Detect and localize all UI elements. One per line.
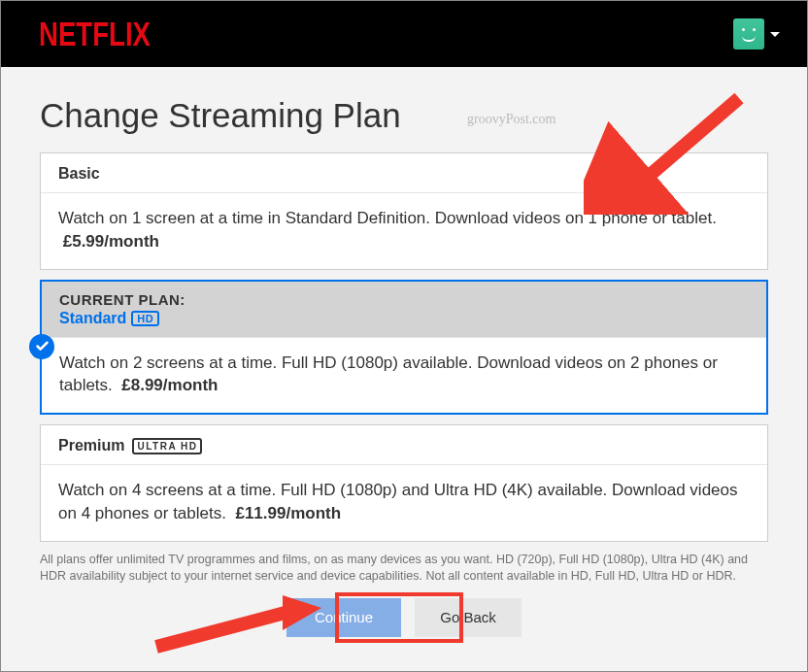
current-plan-label: CURRENT PLAN: — [59, 291, 749, 308]
avatar-icon — [733, 18, 764, 50]
profile-menu[interactable] — [733, 18, 780, 50]
plan-standard[interactable]: CURRENT PLAN: Standard HD Watch on 2 scr… — [40, 280, 768, 416]
plan-basic[interactable]: Basic Watch on 1 screen at a time in Sta… — [40, 152, 768, 270]
checkmark-icon — [29, 334, 54, 359]
plan-list: Basic Watch on 1 screen at a time in Sta… — [40, 152, 768, 542]
caret-down-icon — [770, 32, 780, 37]
plan-standard-name: Standard — [59, 310, 126, 327]
go-back-button[interactable]: Go Back — [415, 598, 522, 637]
page-title: Change Streaming Plan — [40, 96, 768, 135]
hd-badge-icon: HD — [131, 311, 159, 326]
ultrahd-badge-icon: ULTRA HD — [132, 438, 202, 454]
watermark-text: groovyPost.com — [467, 112, 556, 127]
top-navbar: NETFLIX — [1, 1, 807, 67]
plan-basic-desc: Watch on 1 screen at a time in Standard … — [58, 209, 717, 227]
plan-premium-price: £11.99/month — [235, 504, 341, 522]
footnote-text: All plans offer unlimited TV programmes … — [40, 552, 768, 585]
continue-button[interactable]: Continue — [286, 598, 401, 637]
button-row: Continue Go Back — [40, 598, 768, 637]
plan-standard-price: £8.99/month — [121, 376, 218, 394]
netflix-logo[interactable]: NETFLIX — [39, 15, 151, 52]
plan-premium[interactable]: Premium ULTRA HD Watch on 4 screens at a… — [40, 424, 768, 542]
plan-basic-price: £5.99/month — [63, 232, 159, 251]
plan-premium-name: Premium — [58, 437, 124, 454]
plan-premium-desc: Watch on 4 screens at a time. Full HD (1… — [58, 481, 738, 522]
page-content: Change Streaming Plan groovyPost.com Bas… — [1, 67, 807, 656]
plan-basic-name: Basic — [58, 165, 100, 183]
